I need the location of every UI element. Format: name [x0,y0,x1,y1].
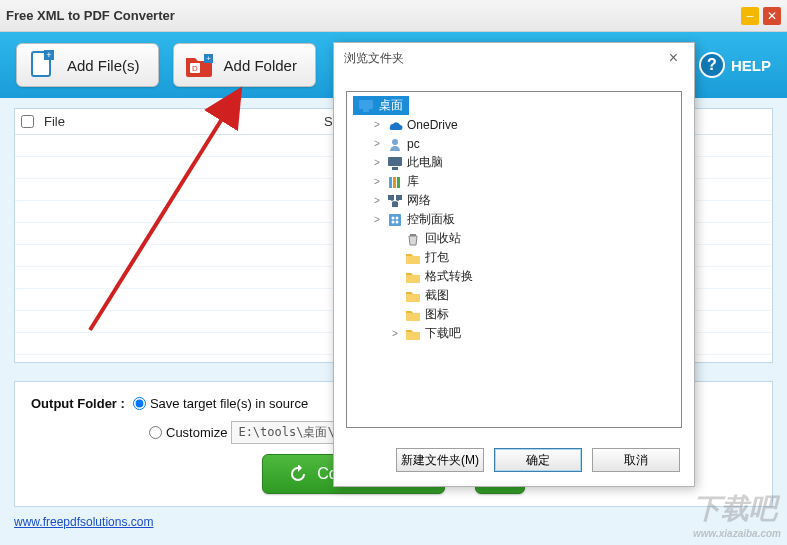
save-source-radio-input[interactable] [133,397,146,410]
customize-radio[interactable]: Customize [149,425,227,440]
col-file: File [44,114,324,129]
tree-item-label: 回收站 [425,230,461,247]
svg-line-20 [395,200,399,202]
help-icon: ? [699,52,725,78]
svg-point-25 [396,220,399,223]
svg-rect-15 [397,177,400,188]
cancel-button[interactable]: 取消 [592,448,680,472]
tree-item-label: 控制面板 [407,211,455,228]
tree-item[interactable]: >下载吧 [353,324,675,343]
tree-item[interactable]: 格式转换 [353,267,675,286]
expand-icon[interactable]: > [389,328,401,339]
add-files-button[interactable]: + Add File(s) [16,43,159,87]
expand-icon[interactable]: > [371,119,383,130]
dialog-close-button[interactable]: × [663,49,684,67]
tree-item-label: 格式转换 [425,268,473,285]
desktop-icon [359,100,373,112]
svg-line-19 [391,200,395,202]
onedrive-icon [387,117,403,133]
svg-rect-9 [363,109,369,112]
tree-item-label: 库 [407,173,419,190]
tree-item[interactable]: >OneDrive [353,115,675,134]
svg-rect-26 [410,234,416,236]
expand-icon[interactable]: > [371,138,383,149]
expand-icon[interactable]: > [371,157,383,168]
lib-icon [387,174,403,190]
close-button[interactable]: ✕ [763,7,781,25]
customize-text: Customize [166,425,227,440]
new-folder-button[interactable]: 新建文件夹(M) [396,448,484,472]
help-label: HELP [731,57,771,74]
tree-item[interactable]: 图标 [353,305,675,324]
save-source-text: Save target file(s) in source [150,396,308,411]
svg-point-10 [392,139,398,145]
tree-item[interactable]: 截图 [353,286,675,305]
col-status: S [324,114,333,129]
tree-item[interactable]: >网络 [353,191,675,210]
folder-icon [405,269,421,285]
tree-item-label: 此电脑 [407,154,443,171]
footer-link[interactable]: www.freepdfsolutions.com [14,515,153,529]
tree-item-label: 下载吧 [425,325,461,342]
tree-item-label: 截图 [425,287,449,304]
tree-item[interactable]: 回收站 [353,229,675,248]
window-title: Free XML to PDF Converter [6,8,737,23]
folder-add-icon: D+ [184,50,214,80]
svg-point-22 [392,216,395,219]
folder-icon [405,307,421,323]
save-source-radio[interactable]: Save target file(s) in source [133,396,308,411]
expand-icon[interactable]: > [371,176,383,187]
svg-point-24 [392,220,395,223]
output-folder-label: Output Folder : [31,396,125,411]
tree-item-label: OneDrive [407,118,458,132]
customize-radio-input[interactable] [149,426,162,439]
svg-rect-21 [389,214,401,226]
dialog-buttons: 新建文件夹(M) 确定 取消 [334,438,694,486]
tree-item-label: 打包 [425,249,449,266]
minimize-button[interactable]: – [741,7,759,25]
pc-icon [387,155,403,171]
refresh-icon [289,465,307,483]
panel-icon [387,212,403,228]
tree-item-label: 网络 [407,192,431,209]
file-add-icon: + [27,50,57,80]
dialog-titlebar: 浏览文件夹 × [334,43,694,73]
svg-rect-17 [396,195,402,200]
tree-item-label: 图标 [425,306,449,323]
folder-icon [405,326,421,342]
add-files-label: Add File(s) [67,57,140,74]
tree-item[interactable]: >控制面板 [353,210,675,229]
folder-icon [405,250,421,266]
svg-text:+: + [46,50,51,60]
svg-rect-11 [388,157,402,166]
svg-rect-8 [359,100,373,109]
tree-item[interactable]: >库 [353,172,675,191]
svg-rect-18 [392,202,398,207]
user-icon [387,136,403,152]
add-folder-label: Add Folder [224,57,297,74]
expand-icon[interactable]: > [371,195,383,206]
titlebar: Free XML to PDF Converter – ✕ [0,0,787,32]
svg-rect-14 [393,177,396,188]
select-all-checkbox[interactable] [21,115,34,128]
folder-icon [405,288,421,304]
tree-item[interactable]: 打包 [353,248,675,267]
expand-icon[interactable]: > [371,214,383,225]
svg-rect-12 [392,167,398,170]
recycle-icon [405,231,421,247]
ok-button[interactable]: 确定 [494,448,582,472]
help-button[interactable]: ? HELP [699,52,771,78]
tree-item[interactable]: >pc [353,134,675,153]
svg-rect-16 [388,195,394,200]
svg-point-23 [396,216,399,219]
tree-item-label: pc [407,137,420,151]
tree-root-label: 桌面 [379,97,403,114]
svg-rect-13 [389,177,392,188]
tree-item[interactable]: >此电脑 [353,153,675,172]
folder-tree[interactable]: 桌面 >OneDrive>pc>此电脑>库>网络>控制面板回收站打包格式转换截图… [346,91,682,428]
net-icon [387,193,403,209]
tree-root-desktop[interactable]: 桌面 [353,96,409,115]
browse-folder-dialog: 浏览文件夹 × 桌面 >OneDrive>pc>此电脑>库>网络>控制面板回收站… [333,42,695,487]
add-folder-button[interactable]: D+ Add Folder [173,43,316,87]
svg-text:+: + [206,54,211,63]
